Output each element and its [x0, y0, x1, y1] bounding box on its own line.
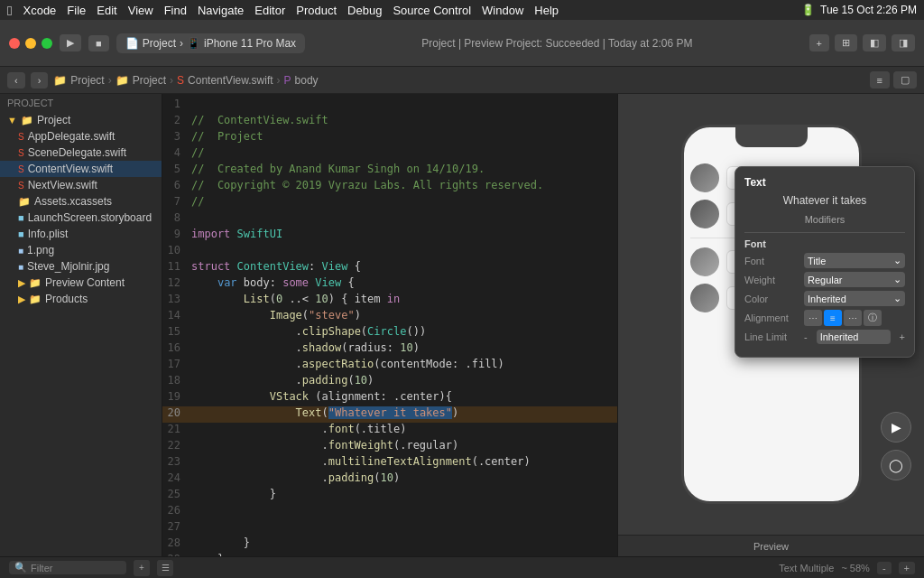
menu-product[interactable]: Product — [296, 4, 337, 17]
project-name: Project — [143, 37, 176, 50]
swift-icon-scenedelegate: S — [18, 148, 24, 158]
sidebar-item-assets[interactable]: 📁 Assets.xcassets — [0, 193, 162, 210]
align-center-button[interactable]: ≡ — [824, 310, 842, 326]
device-name: iPhone 11 Pro Max — [204, 37, 296, 50]
filter-options-button[interactable]: + — [134, 560, 150, 576]
sidebar-item-contentview[interactable]: S ContentView.swift — [0, 161, 162, 177]
code-line-28: 28 } — [162, 536, 617, 553]
color-select[interactable]: Inherited ⌄ — [804, 291, 905, 306]
canvas-toggle[interactable]: ▢ — [893, 71, 917, 89]
inspector-color-row: Color Inherited ⌄ — [744, 291, 905, 306]
breadcrumb-sep-1: › — [108, 74, 112, 87]
inspector-toggle[interactable]: ≡ — [870, 71, 890, 89]
preview-stop-button[interactable]: ◯ — [881, 450, 911, 480]
align-info-button[interactable]: ⓘ — [864, 310, 882, 326]
menu-view[interactable]: View — [128, 4, 153, 17]
project-selector[interactable]: 📄 Project › 📱 iPhone 11 Pro Max — [116, 33, 305, 53]
inspector-title: Text — [744, 176, 905, 189]
code-line-25: 25 } — [162, 488, 617, 504]
close-button[interactable] — [9, 38, 20, 49]
weight-select[interactable]: Regular ⌄ — [804, 272, 905, 287]
code-line-17: 17 .aspectRatio(contentMode: .fill) — [162, 358, 617, 374]
menu-file[interactable]: File — [67, 4, 86, 17]
sidebar-item-appdelegate[interactable]: S AppDelegate.swift — [0, 128, 162, 144]
inspector-divider — [744, 232, 905, 233]
menu-xcode[interactable]: Xcode — [23, 4, 56, 17]
sidebar-toggle-right[interactable]: ◨ — [892, 34, 915, 51]
sidebar-item-scenedelegate[interactable]: S SceneDelegate.swift — [0, 144, 162, 161]
folder-expand-icon: ▼ — [7, 115, 17, 126]
chevron-down-icon-2: ⌄ — [893, 274, 901, 285]
code-lines: 1 2// ContentView.swift 3// Project 4// … — [162, 94, 617, 556]
menu-source-control[interactable]: Source Control — [393, 4, 471, 17]
code-line-24: 24 .padding(10) — [162, 471, 617, 488]
code-line-20: 20 Text("Whatever it takes") — [162, 406, 617, 423]
file-icon-infoplist: ■ — [18, 228, 24, 239]
avatar-4 — [690, 284, 719, 312]
sidebar-label-nextview: NextView.swift — [28, 179, 97, 191]
back-button[interactable]: ‹ — [7, 72, 25, 89]
sidebar-item-steve[interactable]: ■ Steve_Mjolnir.jpg — [0, 258, 162, 275]
align-right-button[interactable]: ⋯ — [844, 310, 862, 326]
inspector-text-value: Whatever it takes — [744, 194, 905, 207]
apple-menu[interactable]:  — [7, 3, 12, 18]
main-toolbar: ▶ ■ 📄 Project › 📱 iPhone 11 Pro Max Proj… — [0, 20, 924, 67]
breadcrumb-file[interactable]: ContentView.swift — [188, 74, 273, 87]
code-line-10: 10 — [162, 244, 617, 260]
menu-window[interactable]: Window — [482, 4, 523, 17]
scheme-button[interactable]: + — [809, 34, 829, 51]
line-limit-minus[interactable]: - — [804, 331, 808, 342]
filter-placeholder: Filter — [31, 563, 52, 573]
code-line-29: 29 } — [162, 553, 617, 556]
sidebar-label-scenedelegate: SceneDelegate.swift — [28, 146, 126, 159]
breadcrumb-symbol[interactable]: body — [295, 74, 319, 87]
align-left-button[interactable]: ⋯ — [804, 310, 822, 326]
avatar-1 — [690, 163, 719, 192]
device-icon: 📱 — [187, 37, 200, 50]
line-limit-plus[interactable]: + — [900, 331, 905, 342]
toolbar-right-buttons: + ⊞ ◧ ◨ — [809, 34, 915, 51]
sidebar-label-appdelegate: AppDelegate.swift — [28, 130, 116, 143]
code-line-5: 5// Created by Anand Kumar Singh on 14/1… — [162, 163, 617, 179]
line-limit-select[interactable]: Inherited — [817, 330, 891, 344]
code-editor[interactable]: 1 2// ContentView.swift 3// Project 4// … — [162, 94, 617, 556]
sidebar-toggle-left[interactable]: ◧ — [863, 34, 886, 51]
menu-help[interactable]: Help — [534, 4, 559, 17]
code-line-23: 23 .multilineTextAlignment(.center) — [162, 455, 617, 471]
menu-editor[interactable]: Editor — [254, 4, 285, 17]
breadcrumb-project2[interactable]: Project — [133, 74, 166, 87]
main-layout: Project ▼ 📁 Project S AppDelegate.swift … — [0, 94, 924, 556]
minimize-button[interactable] — [25, 38, 36, 49]
sidebar-label-products: Products — [45, 293, 88, 305]
stop-button[interactable]: ■ — [88, 35, 109, 51]
zoom-minus-button[interactable]: - — [877, 562, 892, 574]
build-button[interactable]: ▶ — [60, 34, 81, 51]
menu-debug[interactable]: Debug — [347, 4, 382, 17]
zoom-plus-button[interactable]: + — [899, 562, 915, 574]
sidebar-item-1png[interactable]: ■ 1.png — [0, 242, 162, 258]
preview-panel: Whatever it takes Whatever it takes What… — [617, 94, 924, 556]
menu-find[interactable]: Find — [164, 4, 187, 17]
phone-notch — [735, 127, 808, 147]
sidebar-item-preview-content[interactable]: ▶ 📁 Preview Content — [0, 275, 162, 291]
preview-play-button[interactable]: ▶ — [881, 412, 911, 443]
layout-toggle[interactable]: ⊞ — [835, 34, 857, 51]
menu-navigate[interactable]: Navigate — [198, 4, 244, 17]
filter-input-container[interactable]: 🔍 Filter — [9, 561, 126, 574]
maximize-button[interactable] — [42, 38, 52, 49]
swift-file-icon: S — [177, 74, 184, 87]
sidebar-item-products[interactable]: ▶ 📁 Products — [0, 291, 162, 307]
traffic-lights — [9, 38, 52, 49]
sidebar-label-assets: Assets.xcassets — [34, 195, 112, 208]
filter-view-button[interactable]: ☰ — [157, 560, 173, 576]
sidebar-item-nextview[interactable]: S NextView.swift — [0, 177, 162, 193]
sidebar-label-steve: Steve_Mjolnir.jpg — [27, 260, 109, 273]
sidebar-item-project-root[interactable]: ▼ 📁 Project — [0, 112, 162, 128]
forward-button[interactable]: › — [31, 72, 49, 89]
sidebar-item-infoplist[interactable]: ■ Info.plist — [0, 226, 162, 242]
code-line-7: 7// — [162, 195, 617, 211]
font-select[interactable]: Title ⌄ — [804, 253, 905, 268]
sidebar-item-launchscreen[interactable]: ■ LaunchScreen.storyboard — [0, 210, 162, 226]
menu-edit[interactable]: Edit — [97, 4, 116, 17]
breadcrumb-project[interactable]: Project — [70, 74, 104, 87]
